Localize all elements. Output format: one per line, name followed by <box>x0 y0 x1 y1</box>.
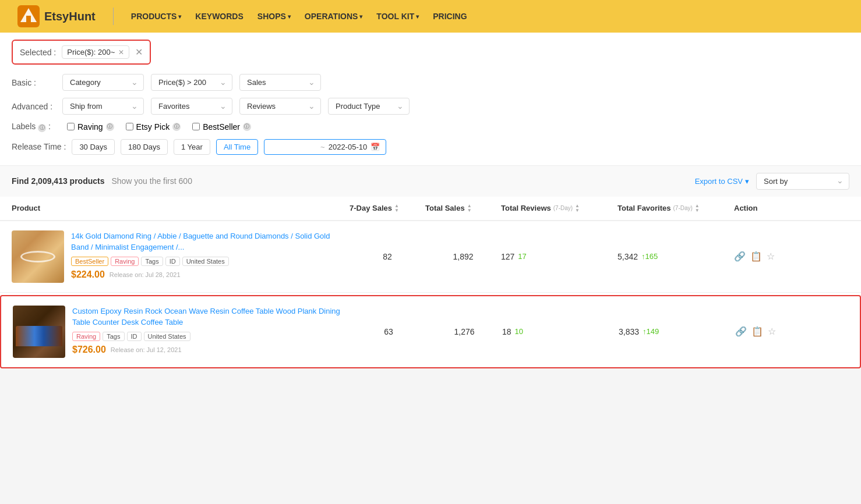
sort-down-icon[interactable]: ▼ <box>695 208 700 213</box>
raving-checkbox-label[interactable]: Raving ⓘ <box>67 122 114 132</box>
bestseller-checkbox[interactable] <box>192 123 200 130</box>
labels-info-icon: ⓘ <box>38 124 46 132</box>
total-favorites-sort-icons[interactable]: ▲ ▼ <box>695 204 700 213</box>
sort-down-icon[interactable]: ▼ <box>575 208 580 213</box>
filter-area: Selected : Price($): 200~ ✕ ✕ Basic : Ca… <box>0 33 861 166</box>
tag-raving-2: Raving <box>72 332 100 341</box>
7day-sales-sort-icons[interactable]: ▲ ▼ <box>394 204 399 213</box>
th-total-reviews: Total Reviews (7-Day) ▲ ▼ <box>501 204 617 213</box>
etsy-pick-checkbox-label[interactable]: Etsy Pick ⓘ <box>126 122 181 132</box>
etsy-pick-info-icon: ⓘ <box>172 123 181 131</box>
tag-bestseller: BestSeller <box>71 257 108 266</box>
th-7day-sales: 7-Day Sales ▲ ▼ <box>350 204 425 213</box>
star-icon-1[interactable]: ☆ <box>767 251 775 262</box>
tag-tags: Tags <box>141 257 163 266</box>
release-date-2: Release on: Jul 12, 2021 <box>111 346 182 353</box>
results-info: Find 2,009,413 products Show you the fir… <box>12 176 192 186</box>
sort-down-icon[interactable]: ▼ <box>467 208 472 213</box>
selected-label: Selected : <box>20 48 56 57</box>
tag-country: United States <box>182 257 229 266</box>
sort-down-icon[interactable]: ▼ <box>394 208 399 213</box>
ring-visual <box>20 251 55 262</box>
report-icon-1[interactable]: 📋 <box>750 251 762 262</box>
7day-sales-2: 63 <box>351 327 426 336</box>
link-icon-1[interactable]: 🔗 <box>734 251 746 262</box>
bestseller-checkbox-label[interactable]: BestSeller ⓘ <box>192 122 251 132</box>
logo-text: EtsyHunt <box>44 10 96 23</box>
svg-rect-2 <box>26 16 31 22</box>
export-arrow-icon: ▾ <box>745 177 749 186</box>
th-action: Action <box>734 204 804 213</box>
total-sales-sort-icons[interactable]: ▲ ▼ <box>467 204 472 213</box>
product-type-select[interactable]: Product Type <box>328 98 410 115</box>
table-row: 14k Gold Diamond Ring / Abbie / Baguette… <box>0 221 861 293</box>
release-time-row: Release Time : 30 Days 180 Days 1 Year A… <box>12 139 849 155</box>
product-title-2[interactable]: Custom Epoxy Resin Rock Ocean Wave Resin… <box>72 306 351 328</box>
nav-pricing[interactable]: PRICING <box>433 12 467 21</box>
180-days-button[interactable]: 180 Days <box>121 139 168 155</box>
nav-toolkit[interactable]: TOOL KIT ▾ <box>376 12 419 21</box>
total-sales-1: 1,892 <box>425 252 501 261</box>
favorites-select-wrapper: Favorites <box>151 98 232 115</box>
reviews-select[interactable]: Reviews <box>239 98 321 115</box>
price-select[interactable]: Price($) > 200 <box>151 74 232 91</box>
category-select-wrapper: Category <box>62 74 144 91</box>
product-thumbnail-1 <box>12 230 64 283</box>
sort-by-select[interactable]: Sort by <box>756 173 849 190</box>
tag-country-2: United States <box>144 332 190 341</box>
toolkit-arrow-icon: ▾ <box>416 13 419 20</box>
price-release-1: $224.00 Release on: Jul 28, 2021 <box>71 269 350 280</box>
raving-info-icon: ⓘ <box>106 123 114 131</box>
sales-select[interactable]: Sales <box>239 74 321 91</box>
product-tags-1: BestSeller Raving Tags ID United States <box>71 257 350 266</box>
total-reviews-sort-icons[interactable]: ▲ ▼ <box>575 204 580 213</box>
reviews-7day-2: 10 <box>515 327 523 336</box>
link-icon-2[interactable]: 🔗 <box>735 326 747 337</box>
header-divider <box>113 8 114 25</box>
all-time-button[interactable]: All Time <box>216 139 258 155</box>
product-price-1: $224.00 <box>71 269 105 280</box>
reviews-7day-1: 17 <box>518 252 526 261</box>
results-count: Find 2,009,413 products <box>12 176 105 186</box>
remove-price-tag-button[interactable]: ✕ <box>118 48 124 56</box>
operations-arrow-icon: ▾ <box>359 13 362 20</box>
th-product: Product <box>12 204 350 213</box>
category-select[interactable]: Category <box>62 74 144 91</box>
date-end-input[interactable]: 2022-05-10 <box>329 143 368 151</box>
date-range-separator: ~ <box>320 143 325 151</box>
product-tags-2: Raving Tags ID United States <box>72 332 351 341</box>
date-range-input[interactable]: ~ 2022-05-10 📅 <box>264 139 386 155</box>
favorites-select[interactable]: Favorites <box>151 98 232 115</box>
main-nav: PRODUCTS ▾ KEYWORDS SHOPS ▾ OPERATIONS ▾… <box>131 12 467 21</box>
product-thumbnail-2 <box>13 306 65 358</box>
nav-shops[interactable]: SHOPS ▾ <box>257 12 291 21</box>
product-cell-1: 14k Gold Diamond Ring / Abbie / Baguette… <box>12 230 350 283</box>
clear-all-button[interactable]: ✕ <box>135 47 143 58</box>
nav-keywords[interactable]: KEYWORDS <box>195 12 243 21</box>
star-icon-2[interactable]: ☆ <box>768 326 776 337</box>
export-csv-button[interactable]: Export to CSV ▾ <box>695 177 749 186</box>
1-year-button[interactable]: 1 Year <box>174 139 210 155</box>
product-cell-2: Custom Epoxy Resin Rock Ocean Wave Resin… <box>13 306 351 358</box>
sales-select-wrapper: Sales <box>239 74 321 91</box>
product-type-select-wrapper: Product Type <box>328 98 410 115</box>
basic-label: Basic : <box>12 78 55 87</box>
report-icon-2[interactable]: 📋 <box>751 326 763 337</box>
favorites-cell-2: 3,833 ↑149 <box>619 327 735 336</box>
raving-checkbox[interactable] <box>67 123 75 130</box>
sort-by-wrapper: Sort by <box>756 173 849 190</box>
calendar-icon[interactable]: 📅 <box>370 143 380 151</box>
products-arrow-icon: ▾ <box>178 13 181 20</box>
ship-from-select[interactable]: Ship from <box>62 98 144 115</box>
30-days-button[interactable]: 30 Days <box>72 139 115 155</box>
action-cell-1: 🔗 📋 ☆ <box>734 251 804 262</box>
product-title-1[interactable]: 14k Gold Diamond Ring / Abbie / Baguette… <box>71 230 350 253</box>
nav-operations[interactable]: OPERATIONS ▾ <box>305 12 363 21</box>
reviews-select-wrapper: Reviews <box>239 98 321 115</box>
nav-products[interactable]: PRODUCTS ▾ <box>131 12 182 21</box>
total-favorites-2: 3,833 <box>619 327 639 336</box>
etsy-pick-checkbox[interactable] <box>126 123 133 130</box>
total-favorites-1: 5,342 <box>617 252 638 261</box>
shops-arrow-icon: ▾ <box>288 13 291 20</box>
reviews-cell-1: 127 17 <box>501 252 617 261</box>
